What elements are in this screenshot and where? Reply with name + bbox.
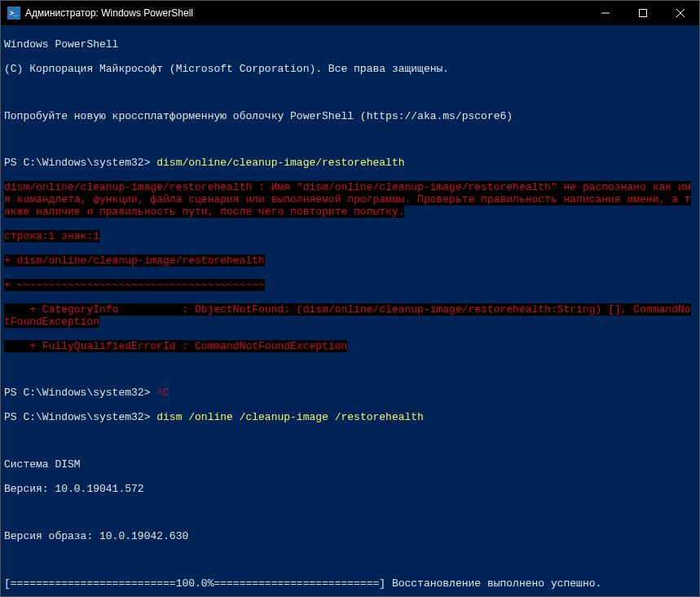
prompt-line-1: PS C:\Windows\system32> dism/online/clea… xyxy=(4,157,696,170)
error-message: dism/online/cleanup-image/restorehealth … xyxy=(4,182,696,219)
window-controls xyxy=(587,1,699,25)
prompt-path: PS C:\Windows\system32> xyxy=(4,157,156,169)
close-icon xyxy=(676,9,685,17)
terminal-output[interactable]: Windows PowerShell (C) Корпорация Майкро… xyxy=(1,25,699,596)
error-position: строка:1 знак:1 xyxy=(4,231,696,243)
header-line: Windows PowerShell xyxy=(4,39,696,51)
prompt-line-2: PS C:\Windows\system32> ^C xyxy=(4,387,696,400)
image-version: Версия образа: 10.0.19042.630 xyxy=(4,531,696,543)
window-title: Администратор: Windows PowerShell xyxy=(25,7,587,19)
prompt-line-3: PS C:\Windows\system32> dism /online /cl… xyxy=(4,412,696,424)
prompt-path: PS C:\Windows\system32> xyxy=(4,411,156,423)
dism-version: Версия: 10.0.19041.572 xyxy=(4,484,696,496)
svg-rect-1 xyxy=(640,10,647,17)
error-underline: + ~~~~~~~~~~~~~~~~~~~~~~~~~~~~~~~~~~~~~~… xyxy=(4,280,696,292)
command-text: dism /online /cleanup-image /restoreheal… xyxy=(156,411,424,423)
pscore-hint-line: Попробуйте новую кроссплатформенную обол… xyxy=(4,111,696,123)
powershell-window: >_ Администратор: Windows PowerShell Win… xyxy=(0,0,700,597)
powershell-icon: >_ xyxy=(7,7,20,20)
ctrl-c-text: ^C xyxy=(156,387,169,399)
maximize-button[interactable] xyxy=(624,1,662,25)
error-category: + CategoryInfo : ObjectNotFound: (dism/o… xyxy=(4,304,696,329)
error-command: + dism/online/cleanup-image/restorehealt… xyxy=(4,255,696,268)
close-button[interactable] xyxy=(662,1,699,25)
titlebar[interactable]: >_ Администратор: Windows PowerShell xyxy=(1,1,699,25)
copyright-line: (C) Корпорация Майкрософт (Microsoft Cor… xyxy=(4,64,696,76)
command-text: dism/online/cleanup-image/restorehealth xyxy=(156,157,404,169)
minimize-icon xyxy=(601,9,610,17)
error-id: + FullyQualifiedErrorId : CommandNotFoun… xyxy=(4,341,696,353)
progress-bar: [==========================100.0%=======… xyxy=(4,578,696,590)
prompt-path: PS C:\Windows\system32> xyxy=(4,387,156,399)
maximize-icon xyxy=(639,9,647,17)
minimize-button[interactable] xyxy=(587,1,624,25)
dism-system: Cистема DISM xyxy=(4,459,696,471)
